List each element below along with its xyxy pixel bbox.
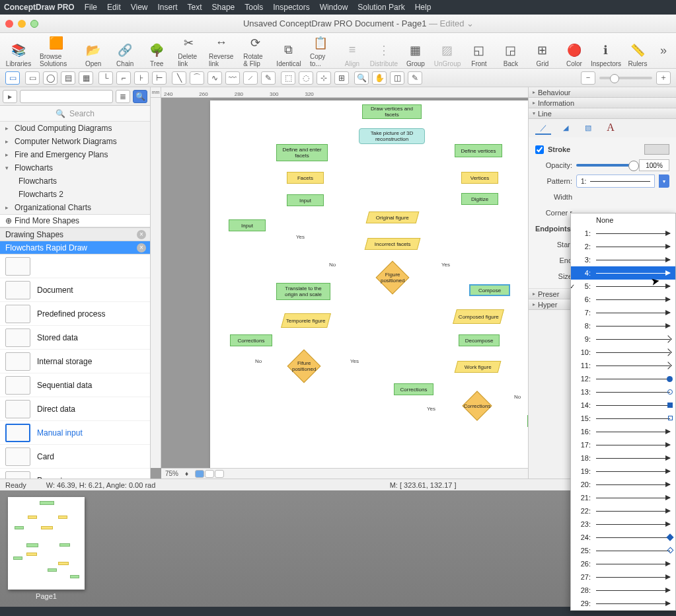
zoom-stepper-icon[interactable]: ♦ (185, 470, 188, 477)
toolbar-color-button[interactable]: 🔴Color (560, 34, 589, 67)
stroke-checkbox[interactable] (535, 145, 544, 154)
search-field[interactable]: 🔍 Search (0, 106, 150, 122)
menu-text[interactable]: Text (188, 3, 202, 12)
connector-tool-1-icon[interactable]: └ (98, 71, 113, 85)
shadow-tab-icon[interactable]: ▧ (580, 122, 596, 135)
inspector-behaviour-header[interactable]: ▸Behaviour (529, 87, 676, 98)
shape-item[interactable] (0, 254, 150, 278)
select-lasso-tool-icon[interactable]: ◌ (299, 71, 313, 85)
close-icon[interactable]: × (137, 243, 146, 252)
curve-tool-icon[interactable]: 〰 (225, 71, 240, 85)
fc-node[interactable]: Take picture of 3D reconstruction (359, 128, 425, 144)
window-edited-indicator[interactable]: — Edited ⌄ (429, 19, 474, 28)
menu-tools[interactable]: Tools (244, 3, 263, 12)
horizontal-ruler[interactable]: 240260280300320 (161, 87, 528, 98)
toolbar-chain-button[interactable]: 🔗Chain (110, 34, 139, 67)
dropdown-option[interactable]: 24: (571, 531, 675, 544)
dropdown-option[interactable]: 28: (571, 584, 675, 597)
close-window-button[interactable] (5, 20, 13, 28)
connector-tool-2-icon[interactable]: ⌐ (116, 71, 131, 85)
dropdown-option[interactable]: 19: (571, 465, 675, 478)
toolbar-back-button[interactable]: ◲Back (496, 34, 525, 67)
shape-item[interactable]: Document (0, 278, 150, 302)
text-tool-icon[interactable]: ▤ (61, 71, 75, 85)
menu-shape[interactable]: Shape (212, 3, 235, 12)
dropdown-option[interactable]: 11: (571, 359, 675, 372)
dropdown-option[interactable]: 23: (571, 518, 675, 531)
zoom-out-icon[interactable]: － (581, 71, 595, 85)
canvas-page[interactable]: Draw vertices and facets Take picture of… (210, 100, 528, 471)
dropdown-option[interactable]: 3: (571, 253, 675, 266)
page-thumbnail[interactable]: Page1 (7, 497, 86, 600)
minimize-window-button[interactable] (18, 20, 26, 28)
toolbar-libraries-button[interactable]: 📚Libraries (4, 34, 33, 67)
toolbar-front-button[interactable]: ◱Front (465, 34, 494, 67)
menu-edit[interactable]: Edit (107, 3, 121, 12)
endpoint-dropdown[interactable]: None1:2:3:4:✓5:6:7:8:9:10:11:12:13:14:15… (570, 213, 676, 611)
dropdown-option[interactable]: 16: (571, 425, 675, 438)
opacity-slider[interactable] (576, 164, 635, 167)
text-tab-icon[interactable]: A (603, 122, 619, 135)
select-rect-tool-icon[interactable]: ⬚ (281, 71, 295, 85)
library-list-icon[interactable]: ≣ (116, 90, 130, 103)
dropdown-option[interactable]: 7: (571, 306, 675, 319)
dropdown-option[interactable]: 17: (571, 438, 675, 451)
dropdown-option[interactable]: 4: (571, 266, 675, 280)
zoom-slider[interactable] (599, 77, 652, 79)
dropdown-option[interactable]: 18: (571, 451, 675, 465)
fc-node[interactable]: Original figure (366, 212, 420, 223)
menu-insert[interactable]: Insert (158, 3, 178, 12)
fc-node[interactable]: Composed figure (453, 309, 504, 324)
library-row[interactable]: Drawing Shapes× (0, 228, 150, 241)
menu-help[interactable]: Help (415, 3, 432, 12)
library-search-icon[interactable]: 🔍 (133, 90, 147, 103)
fc-node[interactable]: Corrections (394, 383, 433, 395)
pattern-select-button[interactable]: ▾ (659, 174, 669, 188)
select-point-tool-icon[interactable]: ⊹ (317, 71, 331, 85)
toolbar-tree-button[interactable]: 🌳Tree (142, 34, 171, 67)
inspector-information-header[interactable]: ▸Information (529, 98, 676, 108)
shape-item[interactable]: Sequential data (0, 373, 150, 397)
dropdown-option[interactable]: 26: (571, 557, 675, 570)
menu-inspectors[interactable]: Inspectors (273, 3, 309, 12)
toolbar-browse-solutions-button[interactable]: 🟧Browse Solutions (36, 34, 76, 67)
dropdown-option[interactable]: 15: (571, 412, 675, 425)
toolbar-inspectors-button[interactable]: ℹInspectors (591, 34, 620, 67)
fc-node[interactable]: Decompose (459, 334, 500, 346)
dropdown-option[interactable]: 8: (571, 319, 675, 332)
line-tool-icon[interactable]: ╲ (172, 71, 186, 85)
fc-node[interactable]: Define vertices (455, 144, 502, 157)
fc-decision[interactable]: Fifure positioned (287, 350, 321, 383)
stroke-color-swatch[interactable] (644, 144, 669, 155)
dropdown-option[interactable]: 25: (571, 544, 675, 557)
bezier-tool-icon[interactable]: ⟋ (243, 71, 258, 85)
toolbar-reverse-link-button[interactable]: ↔Reverse link (206, 34, 237, 67)
find-more-shapes-button[interactable]: ⊕Find More Shapes (0, 214, 150, 227)
dropdown-option[interactable]: 6: (571, 293, 675, 306)
fc-node[interactable]: Digitize (461, 193, 498, 205)
zoom-value[interactable]: 75% (165, 470, 178, 477)
select-edge-tool-icon[interactable]: ⊞ (334, 71, 349, 85)
dropdown-option[interactable]: 10: (571, 346, 675, 359)
toolbar-grid-button[interactable]: ⊞Grid (528, 34, 557, 67)
fc-node[interactable]: Input (287, 194, 324, 206)
toolbar-rulers-button[interactable]: 📏Rulers (623, 34, 652, 67)
tree-item[interactable]: ▸Computer Network Diagrams (0, 135, 150, 148)
tree-item[interactable]: Flowcharts (0, 174, 150, 188)
fc-node[interactable]: Corrections (230, 334, 272, 346)
table-tool-icon[interactable]: ▦ (79, 71, 93, 85)
fc-node[interactable]: Compose (527, 415, 528, 427)
toolbar-open-button[interactable]: 📂Open (79, 34, 108, 67)
fc-node[interactable]: Incorrect facets (365, 238, 421, 250)
shape-item[interactable]: Direct data (0, 397, 150, 421)
dropdown-none[interactable]: None (571, 213, 675, 227)
toolbar-delete-link-button[interactable]: ✂Delete link (174, 34, 203, 67)
zoom-in-icon[interactable]: ＋ (656, 71, 671, 85)
shape-item[interactable]: Stored data (0, 326, 150, 350)
fill-tab-icon[interactable]: ◢ (558, 122, 574, 135)
dropdown-option[interactable]: 13: (571, 385, 675, 399)
dropdown-option[interactable]: 12: (571, 372, 675, 385)
zoom-tool-icon[interactable]: 🔍 (354, 71, 369, 85)
dropdown-option[interactable]: 22: (571, 504, 675, 518)
toolbar-group-button[interactable]: ▦Group (401, 34, 430, 67)
